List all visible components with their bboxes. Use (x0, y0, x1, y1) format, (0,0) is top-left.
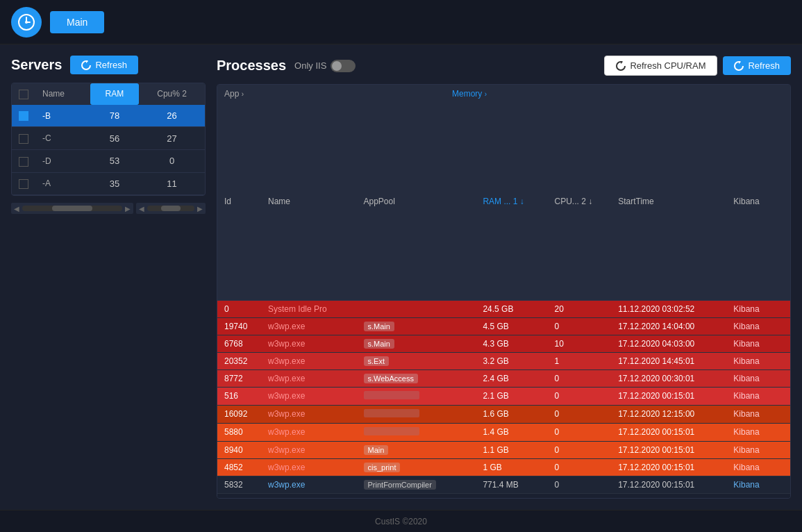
proc-kibana[interactable]: Kibana (726, 387, 790, 405)
server-row-check[interactable] (12, 127, 35, 150)
proc-ram: 4.3 GB (476, 335, 547, 352)
server-row-check[interactable] (12, 149, 35, 172)
servers-col-ram[interactable]: RAM (90, 83, 140, 105)
proc-name-link[interactable]: w3wp.exe (268, 409, 305, 419)
proc-kibana[interactable]: Kibana (726, 423, 790, 441)
scroll-left2-icon[interactable]: ◀ (139, 205, 144, 213)
kibana-link[interactable]: Kibana (733, 322, 759, 331)
proc-name-link[interactable]: System Idle Pro (268, 304, 327, 314)
process-table-scroll[interactable]: 0 System Idle Pro 24.5 GB 20 11.12.2020 … (217, 301, 790, 498)
only-iis-toggle[interactable] (331, 60, 356, 72)
kibana-link[interactable]: Kibana (733, 463, 759, 472)
proc-kibana[interactable]: Kibana (726, 493, 790, 498)
col-header-apppool[interactable]: AppPool (357, 103, 476, 300)
group-header-memory[interactable]: Memory › (452, 89, 576, 99)
proc-name[interactable]: w3wp.exe (261, 352, 357, 369)
kibana-link[interactable]: Kibana (733, 391, 759, 401)
proc-name[interactable]: w3wp.exe (261, 441, 357, 458)
tab-main[interactable]: Main (50, 11, 104, 33)
kibana-link[interactable]: Kibana (733, 480, 759, 490)
proc-kibana[interactable]: Kibana (726, 476, 790, 493)
server-row[interactable]: -A 35 11 (12, 172, 205, 195)
kibana-link[interactable]: Kibana (733, 497, 759, 498)
server-row[interactable]: -C 56 27 (12, 127, 205, 150)
proc-name[interactable]: w3wp.exe (261, 387, 357, 405)
kibana-link[interactable]: Kibana (733, 445, 759, 455)
process-row[interactable]: 19740 w3wp.exe s.Main 4.5 GB 0 17.12.202… (217, 317, 790, 335)
process-row[interactable]: 16092 w3wp.exe 1.6 GB 0 17.12.2020 12:15… (217, 405, 790, 423)
process-row[interactable]: 5832 w3wp.exe PrintFormCompiler 771.4 MB… (217, 476, 790, 493)
servers-scrollbar-h2[interactable]: ◀ ▶ (136, 203, 206, 214)
process-row[interactable]: 5880 w3wp.exe 1.4 GB 0 17.12.2020 00:15:… (217, 423, 790, 441)
col-header-id[interactable]: Id (217, 103, 261, 300)
process-row[interactable]: 8772 w3wp.exe s.WebAccess 2.4 GB 0 17.12… (217, 369, 790, 387)
servers-scrollbar-h[interactable]: ◀ ▶ (11, 203, 133, 214)
scroll-right2-icon[interactable]: ▶ (197, 205, 203, 213)
proc-name[interactable]: w3wp.exe (261, 458, 357, 476)
kibana-link[interactable]: Kibana (733, 356, 759, 366)
processes-refresh-button[interactable]: Refresh (723, 56, 791, 75)
process-row[interactable]: 1684 aspnet_state.ex 469.1 MB 0 11.12.20… (217, 493, 790, 498)
proc-ram: 3.2 GB (476, 352, 547, 369)
col-header-kibana[interactable]: Kibana (726, 103, 790, 300)
server-checkbox[interactable] (19, 179, 28, 189)
proc-name-link[interactable]: w3wp.exe (268, 480, 305, 490)
kibana-link[interactable]: Kibana (733, 427, 759, 437)
kibana-link[interactable]: Kibana (733, 374, 759, 383)
process-row[interactable]: 6768 w3wp.exe s.Main 4.3 GB 10 17.12.202… (217, 335, 790, 352)
server-checkbox[interactable] (19, 111, 28, 121)
server-row-check[interactable] (12, 105, 35, 127)
proc-kibana[interactable]: Kibana (726, 352, 790, 369)
server-row[interactable]: -D 53 0 (12, 149, 205, 172)
proc-kibana[interactable]: Kibana (726, 369, 790, 387)
proc-name[interactable]: w3wp.exe (261, 405, 357, 423)
proc-name[interactable]: w3wp.exe (261, 335, 357, 352)
scroll-right-icon[interactable]: ▶ (125, 205, 131, 213)
process-row[interactable]: 4852 w3wp.exe cis_print 1 GB 0 17.12.202… (217, 458, 790, 476)
kibana-link[interactable]: Kibana (733, 409, 759, 419)
server-row-check[interactable] (12, 172, 35, 195)
proc-name-link[interactable]: w3wp.exe (268, 374, 305, 383)
kibana-link[interactable]: Kibana (733, 339, 759, 349)
servers-refresh-button[interactable]: Refresh (70, 56, 138, 74)
proc-kibana[interactable]: Kibana (726, 317, 790, 335)
proc-name-link[interactable]: w3wp.exe (268, 427, 305, 437)
proc-name[interactable]: w3wp.exe (261, 476, 357, 493)
proc-name-link[interactable]: w3wp.exe (268, 356, 305, 366)
servers-table: Name RAM Cpu% 2 -B 78 26 -C 56 27 -D 53 … (11, 83, 206, 196)
select-all-checkbox[interactable] (19, 90, 28, 99)
kibana-link[interactable]: Kibana (733, 304, 759, 314)
col-header-ram[interactable]: RAM ... 1 (476, 103, 547, 300)
process-row[interactable]: 8940 w3wp.exe Main 1.1 GB 0 17.12.2020 0… (217, 441, 790, 458)
proc-kibana[interactable]: Kibana (726, 441, 790, 458)
proc-name-link[interactable]: aspnet_state.ex (268, 497, 327, 498)
proc-name[interactable]: w3wp.exe (261, 369, 357, 387)
process-row[interactable]: 20352 w3wp.exe s.Ext 3.2 GB 1 17.12.2020… (217, 352, 790, 369)
process-row[interactable]: 0 System Idle Pro 24.5 GB 20 11.12.2020 … (217, 301, 790, 318)
proc-name-link[interactable]: w3wp.exe (268, 463, 305, 472)
col-header-cpu[interactable]: CPU... 2 (548, 103, 612, 300)
proc-name[interactable]: w3wp.exe (261, 317, 357, 335)
scroll-left-icon[interactable]: ◀ (14, 205, 19, 213)
col-header-name[interactable]: Name (261, 103, 357, 300)
col-header-start[interactable]: StartTime (611, 103, 726, 300)
proc-kibana[interactable]: Kibana (726, 458, 790, 476)
server-checkbox[interactable] (19, 157, 28, 167)
server-row[interactable]: -B 78 26 (12, 105, 205, 127)
proc-kibana[interactable]: Kibana (726, 405, 790, 423)
proc-name[interactable]: w3wp.exe (261, 423, 357, 441)
proc-name-link[interactable]: w3wp.exe (268, 339, 305, 349)
proc-name[interactable]: aspnet_state.ex (261, 493, 357, 498)
proc-name[interactable]: System Idle Pro (261, 301, 357, 318)
proc-cpu: 0 (548, 387, 612, 405)
process-row[interactable]: 516 w3wp.exe 2.1 GB 0 17.12.2020 00:15:0… (217, 387, 790, 405)
proc-kibana[interactable]: Kibana (726, 301, 790, 318)
proc-name-link[interactable]: w3wp.exe (268, 322, 305, 331)
proc-kibana[interactable]: Kibana (726, 335, 790, 352)
refresh-cpu-ram-button[interactable]: Refresh CPU/RAM (604, 56, 717, 76)
proc-id: 16092 (217, 405, 261, 423)
proc-name-link[interactable]: w3wp.exe (268, 391, 305, 401)
server-checkbox[interactable] (19, 134, 28, 144)
group-header-app[interactable]: App › (224, 89, 452, 99)
proc-name-link[interactable]: w3wp.exe (268, 445, 305, 455)
